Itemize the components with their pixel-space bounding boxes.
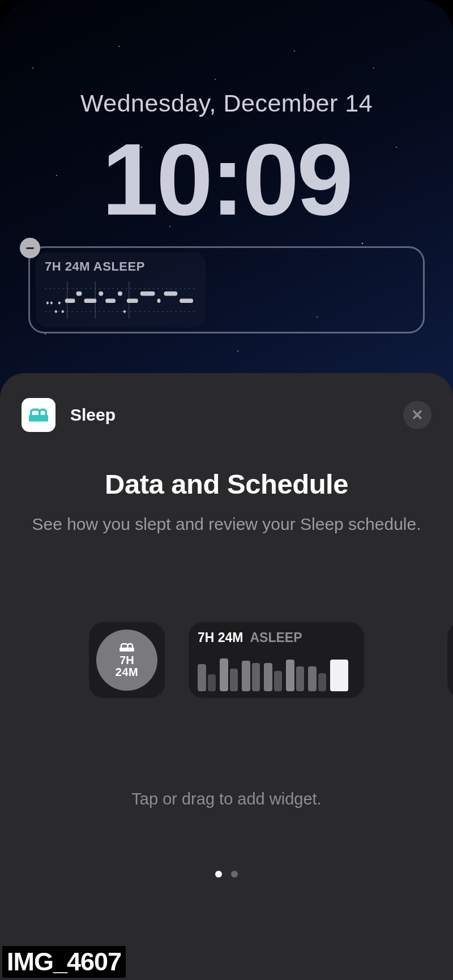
sheet-app-name: Sleep <box>70 405 116 425</box>
pager-dot[interactable] <box>215 871 222 878</box>
svg-rect-17 <box>127 298 138 303</box>
minus-icon: − <box>25 239 34 257</box>
svg-rect-18 <box>140 292 155 296</box>
placed-sleep-widget[interactable]: 7H 24M ASLEEP <box>36 253 206 327</box>
widget-wide-status: ASLEEP <box>250 630 302 645</box>
svg-rect-11 <box>76 292 82 296</box>
svg-rect-12 <box>84 298 96 303</box>
add-widget-hint: Tap or drag to add widget. <box>0 790 453 808</box>
widget-option-small[interactable]: 7H 24M <box>89 622 165 698</box>
widget-small-line2: 24M <box>116 666 138 679</box>
svg-rect-15 <box>118 292 122 296</box>
time-label: 10:09 <box>0 129 453 230</box>
sheet-header: Sleep ✕ <box>0 398 453 432</box>
pager-dot[interactable] <box>231 871 238 878</box>
svg-rect-9 <box>62 310 64 313</box>
svg-rect-22 <box>29 415 48 421</box>
svg-rect-6 <box>50 302 53 305</box>
svg-rect-20 <box>164 292 177 296</box>
svg-rect-8 <box>58 302 61 305</box>
widget-slot-container[interactable]: − 7H 24M ASLEEP <box>28 246 425 333</box>
placed-widget-label: 7H 24M ASLEEP <box>45 259 196 274</box>
lock-screen-clock: Wednesday, December 14 10:09 <box>0 0 453 230</box>
widget-wide-label: 7H 24M ASLEEP <box>198 630 355 645</box>
sleep-chart-icon <box>45 279 196 322</box>
remove-widget-button[interactable]: − <box>20 238 40 258</box>
bed-icon <box>118 641 135 653</box>
svg-rect-10 <box>65 298 75 303</box>
svg-rect-5 <box>46 302 49 305</box>
widget-option-peek[interactable] <box>447 622 453 698</box>
svg-rect-19 <box>157 298 161 303</box>
widget-wide-duration: 7H 24M <box>198 630 243 645</box>
svg-rect-16 <box>123 310 126 313</box>
close-icon: ✕ <box>411 406 424 424</box>
filename-overlay: IMG_4607 <box>2 946 126 978</box>
svg-rect-21 <box>180 298 193 303</box>
close-button[interactable]: ✕ <box>403 401 431 429</box>
widget-small-line1: 7H <box>119 654 134 667</box>
widget-picker-sheet: Sleep ✕ Data and Schedule See how you sl… <box>0 373 453 980</box>
svg-rect-7 <box>55 310 57 313</box>
sheet-title: Data and Schedule <box>0 468 453 500</box>
date-label: Wednesday, December 14 <box>0 89 453 117</box>
widget-options-row: 7H 24M 7H 24M ASLEEP <box>0 622 453 698</box>
svg-rect-23 <box>119 648 134 652</box>
sleep-bars-icon <box>198 651 355 691</box>
widget-option-wide[interactable]: 7H 24M ASLEEP <box>189 622 364 698</box>
pager-dots[interactable] <box>0 871 453 878</box>
svg-rect-13 <box>99 292 103 296</box>
svg-rect-14 <box>105 298 116 303</box>
sleep-app-icon <box>22 398 55 432</box>
sheet-subtitle: See how you slept and review your Sleep … <box>0 515 453 534</box>
